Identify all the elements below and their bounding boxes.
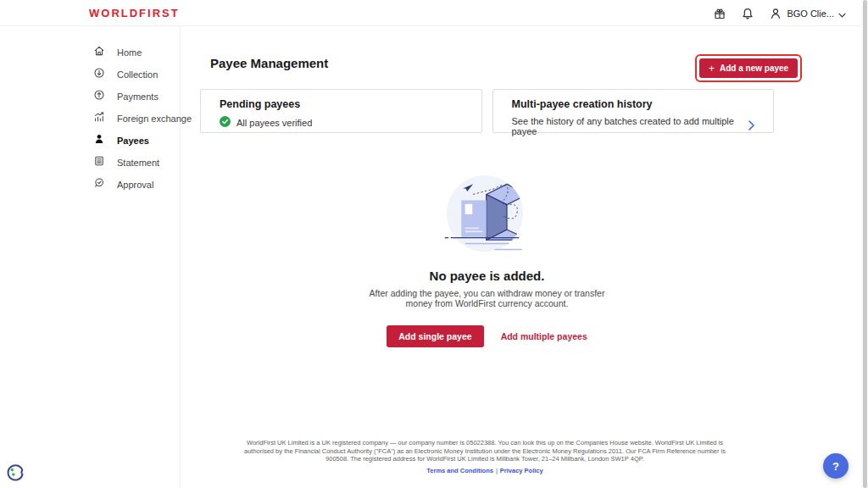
sidebar-item-foreign-exchange[interactable]: Foreign exchange	[0, 108, 180, 130]
sidebar-item-home[interactable]: Home	[0, 42, 180, 64]
pending-payees-status: All payees verified	[220, 116, 463, 129]
sidebar-item-label: Home	[117, 47, 142, 58]
sidebar-item-label: Approval	[117, 180, 153, 190]
sidebar-item-approval[interactable]: Approval	[0, 174, 180, 196]
highlight-annotation: + Add a new payee	[695, 54, 802, 82]
pending-payees-card[interactable]: Pending payees All payees verified	[200, 89, 482, 133]
sidebar: Home Collection Payments Foreign exchang…	[0, 26, 181, 488]
multi-payee-history-title: Multi-payee creation history	[512, 98, 755, 110]
summary-cards: Pending payees All payees verified Multi…	[200, 89, 774, 133]
check-circle-icon	[220, 116, 231, 129]
empty-state-title: No payee is added.	[200, 269, 774, 283]
empty-state-actions: Add single payee Add multiple payees	[200, 325, 774, 347]
chevron-down-icon	[838, 6, 846, 21]
pending-payees-status-text: All payees verified	[236, 118, 312, 128]
empty-state-description-line1: After adding the payee, you can withdraw…	[200, 289, 774, 299]
chevron-right-icon	[748, 120, 754, 132]
foreign-exchange-icon	[93, 111, 105, 126]
sidebar-item-label: Payees	[117, 136, 149, 146]
add-new-payee-label: Add a new payee	[720, 64, 788, 73]
page-title: Payee Management	[210, 56, 328, 70]
footer-legal-text: WorldFirst UK Limited is a UK registered…	[240, 439, 730, 463]
gift-icon[interactable]	[713, 7, 726, 20]
add-multiple-payees-link[interactable]: Add multiple payees	[501, 331, 587, 341]
sidebar-item-label: Statement	[117, 158, 159, 168]
pending-payees-title: Pending payees	[220, 98, 463, 110]
bell-icon[interactable]	[741, 7, 754, 20]
approval-icon	[93, 177, 105, 192]
sidebar-item-label: Foreign exchange	[117, 114, 192, 124]
worldfirst-logo: WORLDFIRST	[89, 7, 180, 19]
empty-state-description: After adding the payee, you can withdraw…	[200, 289, 774, 308]
sidebar-item-label: Payments	[117, 92, 159, 102]
sidebar-item-collection[interactable]: Collection	[0, 64, 180, 86]
payments-icon	[93, 89, 105, 104]
user-icon	[769, 7, 782, 20]
sidebar-item-label: Collection	[117, 69, 158, 80]
add-single-payee-button[interactable]: Add single payee	[387, 325, 483, 347]
footer-links: Terms and Conditions|Privacy Policy	[240, 467, 730, 474]
multi-payee-history-link[interactable]: See the history of any batches created t…	[512, 116, 755, 136]
plus-icon: +	[709, 64, 715, 73]
multi-payee-history-description: See the history of any batches created t…	[512, 116, 743, 136]
privacy-link[interactable]: Privacy Policy	[500, 467, 543, 474]
account-menu[interactable]: BGO Clie...	[769, 6, 846, 21]
collection-icon	[93, 67, 105, 82]
sidebar-item-payments[interactable]: Payments	[0, 86, 180, 108]
multi-payee-history-card[interactable]: Multi-payee creation history See the his…	[492, 89, 775, 133]
footer-links-separator: |	[496, 467, 498, 474]
empty-state-description-line2: money from WorldFirst currency account.	[200, 299, 774, 309]
terms-link[interactable]: Terms and Conditions	[426, 467, 493, 474]
help-button[interactable]: ?	[823, 453, 849, 479]
scrollbar-thumb[interactable]	[863, 0, 867, 488]
statement-icon	[93, 155, 105, 170]
sidebar-item-statement[interactable]: Statement	[0, 152, 180, 174]
payees-icon	[93, 133, 105, 148]
sidebar-item-payees[interactable]: Payees	[0, 130, 180, 152]
payee-management-page: WORLDFIRST	[0, 0, 868, 488]
empty-box-illustration	[441, 169, 529, 261]
account-label: BGO Clie...	[787, 8, 834, 19]
topbar-actions: BGO Clie...	[713, 0, 846, 26]
home-icon	[93, 45, 105, 60]
cookie-settings-icon[interactable]	[5, 462, 25, 482]
topbar: WORLDFIRST	[0, 0, 868, 26]
add-new-payee-button[interactable]: + Add a new payee	[699, 58, 798, 78]
scrollbar-track	[861, 0, 868, 488]
